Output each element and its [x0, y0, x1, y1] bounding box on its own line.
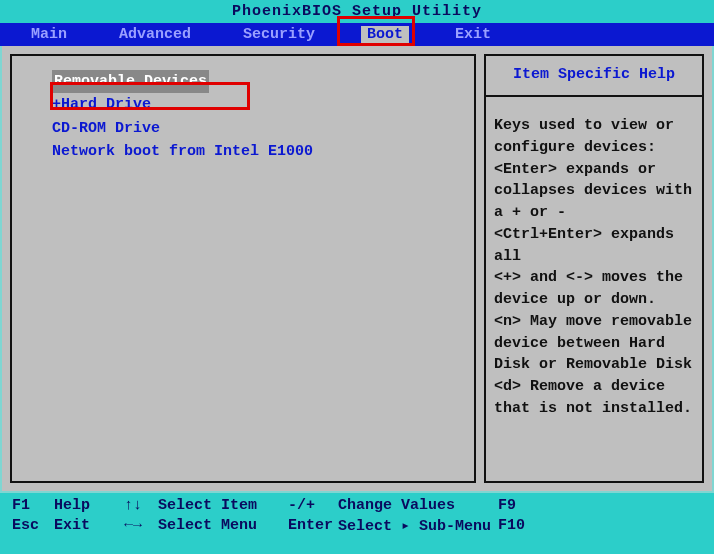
title-bar: PhoenixBIOS Setup Utility [0, 0, 714, 23]
boot-order-panel: Removable Devices +Hard Drive CD-ROM Dri… [10, 54, 476, 483]
footer-key-f1: F1 [12, 497, 54, 514]
footer-key-updown: ↑↓ [124, 497, 158, 514]
boot-item-hard-drive[interactable]: +Hard Drive [52, 93, 464, 116]
boot-order-list: Removable Devices +Hard Drive CD-ROM Dri… [22, 70, 464, 163]
footer-key-leftright: ←→ [124, 517, 158, 534]
boot-item-removable[interactable]: Removable Devices [52, 70, 464, 93]
footer-label-change-values: Change Values [338, 497, 498, 514]
menu-bar: Main Advanced Security Boot Exit [0, 23, 714, 46]
app-title: PhoenixBIOS Setup Utility [232, 3, 482, 20]
footer-label-select-item: Select Item [158, 497, 288, 514]
boot-item-network[interactable]: Network boot from Intel E1000 [52, 140, 464, 163]
footer-label-select-submenu: Select ▸ Sub-Menu [338, 516, 498, 535]
footer-key-f9: F9 [498, 497, 558, 514]
help-body: Keys used to view or configure devices:<… [486, 97, 702, 426]
help-title: Item Specific Help [486, 56, 702, 97]
menu-security[interactable]: Security [237, 26, 321, 43]
content-area: Removable Devices +Hard Drive CD-ROM Dri… [0, 46, 714, 493]
menu-main[interactable]: Main [25, 26, 73, 43]
menu-boot[interactable]: Boot [361, 26, 409, 43]
menu-exit[interactable]: Exit [449, 26, 497, 43]
footer-key-esc: Esc [12, 517, 54, 534]
footer-label-select-menu: Select Menu [158, 517, 288, 534]
footer-label-exit: Exit [54, 517, 124, 534]
footer-key-plusminus: -/+ [288, 497, 338, 514]
footer-key-enter: Enter [288, 517, 338, 534]
menu-advanced[interactable]: Advanced [113, 26, 197, 43]
help-panel: Item Specific Help Keys used to view or … [484, 54, 704, 483]
footer-key-f10: F10 [498, 517, 558, 534]
boot-item-cdrom[interactable]: CD-ROM Drive [52, 117, 464, 140]
footer-bar: F1 Help ↑↓ Select Item -/+ Change Values… [0, 493, 714, 541]
footer-label-help: Help [54, 497, 124, 514]
